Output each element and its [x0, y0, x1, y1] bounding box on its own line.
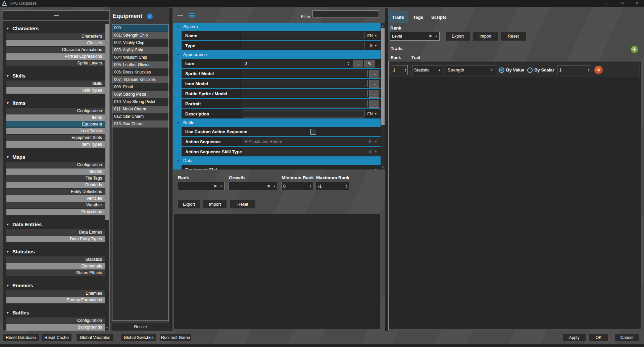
- description-language-selector[interactable]: EN▾: [364, 112, 379, 116]
- trait-value-spinner[interactable]: 1 ▲▼: [557, 65, 591, 75]
- sidebar-item-data-entry-types[interactable]: Data Entry Types: [6, 236, 105, 242]
- sidebar-section-header-skills[interactable]: ▾Skills: [3, 72, 105, 79]
- export-button[interactable]: Export: [446, 32, 470, 41]
- name-language-selector[interactable]: EN▾: [364, 34, 379, 38]
- list-item[interactable]: 007: Titanium Knuckles: [112, 76, 168, 83]
- rank-combo[interactable]: ✕ ▾: [178, 182, 225, 190]
- icon-spinner[interactable]: 0▲▼: [243, 60, 351, 67]
- resize-button[interactable]: Resize: [112, 323, 169, 331]
- sidebar-section-header-characters[interactable]: ▾Characters: [3, 24, 105, 32]
- list-item[interactable]: 013: Sun Charm: [112, 120, 168, 128]
- sidebar-section-header-items[interactable]: ▾Items: [3, 99, 105, 106]
- scroll-down-icon[interactable]: ▾: [105, 326, 109, 330]
- tab-scripts[interactable]: Scripts: [429, 11, 449, 23]
- list-item[interactable]: 009: Strong Pistol: [112, 91, 168, 98]
- clear-icon[interactable]: ✕: [267, 184, 270, 189]
- growth-combo[interactable]: ✕ ▾: [229, 182, 278, 190]
- sprite-model-input[interactable]: [243, 70, 368, 77]
- restore-icon[interactable]: ⧉: [618, 0, 627, 6]
- sidebar-item-configuration[interactable]: Configuration: [6, 108, 105, 114]
- reset-button[interactable]: Reset: [230, 200, 255, 208]
- sidebar-item-configuration[interactable]: Configuration: [6, 317, 105, 324]
- reset-button[interactable]: Reset: [501, 32, 526, 41]
- sidebar-section-header-battles[interactable]: ▾Battles: [3, 309, 105, 316]
- list-item[interactable]: 002: Vitality Chip: [112, 39, 168, 46]
- scrollbar-thumb[interactable]: [105, 24, 109, 220]
- sidebar-item-tilesets[interactable]: Tilesets: [6, 168, 105, 175]
- type-combo-buttons[interactable]: ✕▾: [364, 43, 379, 48]
- spinner-arrows-icon[interactable]: ▲▼: [348, 61, 351, 65]
- spinner-arrows-icon[interactable]: ▲▼: [588, 68, 591, 72]
- sidebar-item-equipment-slots[interactable]: Equipment Slots: [6, 135, 105, 141]
- sidebar-item-characters[interactable]: Characters: [6, 33, 105, 40]
- trait-row[interactable]: 1 ▲▼ Statistic ▾ Strength ▾ By Value By …: [390, 63, 640, 77]
- clear-icon[interactable]: ✕: [368, 149, 371, 154]
- spinner-arrows-icon[interactable]: ▲▼: [310, 184, 313, 188]
- trait-category-combo[interactable]: Statistic ▾: [412, 65, 443, 75]
- equipment-slot-combo[interactable]: ▾: [243, 166, 379, 169]
- icon-model-input[interactable]: [243, 80, 368, 87]
- scroll-up-icon[interactable]: ▴: [381, 24, 385, 27]
- sidebar-item-sprite-layers[interactable]: Sprite Layers: [6, 60, 105, 66]
- list-item[interactable]: 001: Strength Chip: [112, 32, 168, 39]
- list-item[interactable]: 008: Pistol: [112, 84, 168, 91]
- maximum-rank-spinner[interactable]: -1 ▲▼: [316, 182, 349, 190]
- sidebar-section-header-enemies[interactable]: ▾Enemies: [3, 282, 105, 289]
- delete-trait-button[interactable]: ✕: [594, 66, 603, 74]
- sidebar-item-data-entries[interactable]: Data Entries: [6, 229, 105, 236]
- sidebar-item-items[interactable]: Items: [6, 114, 105, 121]
- info-icon[interactable]: i: [147, 13, 153, 19]
- sprite-model-browse-button[interactable]: ...: [369, 70, 379, 78]
- reset-cache-button[interactable]: Reset Cache: [42, 334, 71, 341]
- cancel-button[interactable]: Cancel: [615, 334, 639, 341]
- trait-rank-spinner[interactable]: 1 ▲▼: [391, 65, 408, 75]
- apply-button[interactable]: Apply: [563, 334, 586, 341]
- sidebar-scrollbar[interactable]: ▾: [105, 21, 109, 330]
- section-header-appearance[interactable]: ▾Appearance: [173, 51, 381, 58]
- sidebar-item-elementals[interactable]: Elementals: [6, 263, 105, 269]
- sidebar-item-configuration[interactable]: Configuration: [6, 162, 105, 168]
- sidebar-section-header-statistics[interactable]: ▾Statistics: [3, 248, 105, 255]
- list-item[interactable]: 004: Wisdom Chip: [112, 54, 168, 61]
- menu-icon[interactable]: [189, 13, 195, 18]
- by-value-radio[interactable]: By Value: [499, 67, 524, 73]
- spinner-arrows-icon[interactable]: ▲▼: [404, 68, 407, 72]
- clear-icon[interactable]: ✕: [213, 184, 217, 189]
- list-item[interactable]: 003: Agility Chip: [112, 47, 168, 54]
- sidebar-item-item-types[interactable]: Item Types: [6, 141, 105, 148]
- sidebar-item-classes[interactable]: Classes: [6, 40, 105, 46]
- sidebar-item-vehicles[interactable]: Vehicles: [6, 195, 105, 202]
- portrait-input[interactable]: [243, 100, 368, 107]
- list-item[interactable]: 006: Brass Knuckles: [112, 69, 168, 76]
- add-trait-button[interactable]: +: [631, 46, 638, 53]
- battle-sprite-model-input[interactable]: [243, 90, 368, 97]
- run-test-game-button[interactable]: Run Test Game: [160, 334, 191, 341]
- name-input[interactable]: [243, 32, 364, 39]
- list-item[interactable]: 000:: [112, 24, 168, 32]
- sidebar-item-doodads[interactable]: Doodads: [6, 182, 105, 188]
- splitter-right[interactable]: [385, 8, 388, 331]
- ok-button[interactable]: OK: [589, 334, 608, 341]
- type-input[interactable]: [243, 42, 364, 49]
- sidebar-item-skill-types[interactable]: Skill Types: [6, 87, 105, 94]
- battle-sprite-model-browse-button[interactable]: ...: [369, 90, 379, 98]
- sidebar-item-enemies[interactable]: Enemies: [6, 290, 105, 297]
- sidebar-section-header-data-entries[interactable]: ▾Data Entries: [3, 220, 105, 228]
- sidebar-item-statistics[interactable]: Statistics: [6, 256, 105, 263]
- rank-combo[interactable]: Level ✕ ▾: [390, 32, 440, 41]
- clear-icon[interactable]: ✕: [429, 34, 432, 39]
- close-icon[interactable]: ✕: [633, 0, 642, 6]
- minimize-icon[interactable]: ─: [602, 0, 612, 6]
- spinner-arrows-icon[interactable]: ▲▼: [346, 184, 349, 188]
- section-header-battle[interactable]: ▾Battle: [173, 119, 381, 126]
- sidebar-item-entity-definitions[interactable]: Entity Definitions: [6, 189, 105, 195]
- section-header-system[interactable]: ▾System: [173, 23, 381, 30]
- use-custom-action-sequence-checkbox[interactable]: [310, 129, 316, 135]
- trait-name-combo[interactable]: Strength ▾: [446, 65, 495, 75]
- import-button[interactable]: Import: [473, 32, 498, 41]
- sidebar-item-projections[interactable]: Projections: [6, 209, 105, 215]
- minimum-rank-spinner[interactable]: 0 ▲▼: [281, 182, 313, 190]
- icon-model-browse-button[interactable]: ...: [369, 80, 379, 88]
- sidebar-item-equipment[interactable]: Equipment: [6, 121, 105, 128]
- export-button[interactable]: Export: [178, 200, 200, 208]
